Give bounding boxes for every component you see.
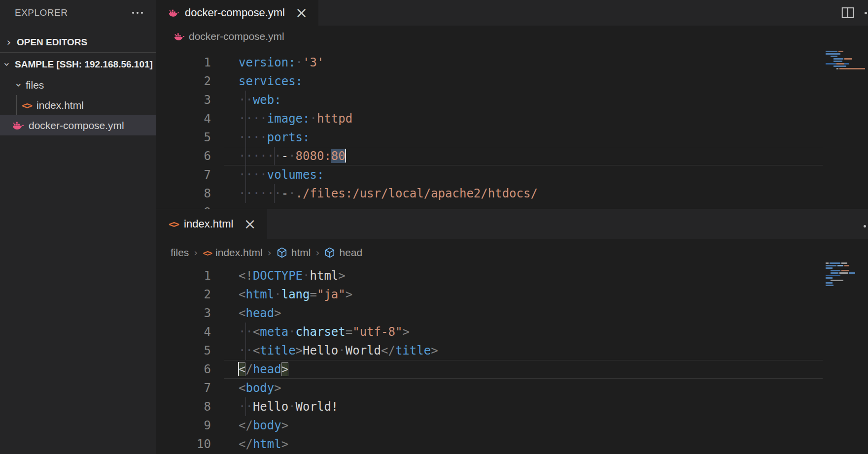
- tree-item-docker-compose[interactable]: docker-compose.yml: [0, 115, 156, 135]
- explorer-title: EXPLORER: [15, 7, 132, 18]
- code-line[interactable]: 10</html>: [156, 435, 868, 454]
- breadcrumb-item[interactable]: docker-compose.yml: [174, 31, 284, 42]
- code-line[interactable]: 9</body>: [156, 416, 868, 435]
- code-token: ····: [239, 112, 267, 126]
- code-token: >: [296, 344, 303, 357]
- text-cursor: [345, 149, 346, 162]
- breadcrumb-label: head: [339, 247, 362, 259]
- tree-item-files-folder[interactable]: › files: [0, 75, 156, 95]
- explorer-sidebar: EXPLORER › OPEN EDITORS › SAMPLE [SSH: 1…: [0, 0, 156, 454]
- code-token: ··: [239, 93, 253, 107]
- code-editor-html[interactable]: 1<!DOCTYPE·html>2<html·lang="ja">3<head>…: [156, 266, 868, 454]
- code-token: body: [245, 381, 274, 395]
- code-line[interactable]: 9: [156, 203, 868, 209]
- code-token: title: [395, 344, 431, 357]
- explorer-header: EXPLORER: [0, 0, 156, 26]
- code-token: ·: [288, 149, 295, 163]
- breadcrumb-item[interactable]: files: [171, 247, 189, 259]
- code-line[interactable]: 6</head>: [156, 360, 868, 379]
- file-label: index.html: [36, 99, 84, 111]
- tab-docker-compose[interactable]: docker-compose.yml ×: [156, 0, 318, 26]
- code-token: >: [281, 419, 288, 432]
- close-icon[interactable]: ×: [243, 217, 256, 231]
- section-divider: [0, 52, 156, 53]
- code-token: ·: [296, 56, 303, 69]
- split-editor-icon[interactable]: [840, 5, 855, 20]
- code-token: =: [310, 288, 317, 301]
- code-token: meta: [260, 325, 288, 339]
- tree-item-index-html[interactable]: <> index.html: [0, 95, 156, 115]
- editor-group-top: docker-compose.yml × docker-: [156, 0, 868, 209]
- explorer-more-actions-icon[interactable]: [132, 12, 143, 14]
- code-line[interactable]: 8··Hello·World!: [156, 397, 868, 416]
- file-label: docker-compose.yml: [29, 120, 124, 131]
- code-token: ./files:/usr/local/apache2/htdocs/: [296, 187, 538, 200]
- code-line[interactable]: 3··web:: [156, 91, 868, 109]
- html-file-icon: <>: [169, 218, 178, 230]
- code-line[interactable]: 5····ports:: [156, 128, 868, 147]
- line-number: 6: [156, 147, 211, 165]
- folder-label: files: [26, 79, 44, 91]
- code-token: Hello: [253, 400, 288, 414]
- html-file-icon: <>: [203, 248, 211, 258]
- breadcrumb-label: files: [171, 247, 189, 259]
- code-line[interactable]: 2services:: [156, 72, 868, 91]
- code-line[interactable]: 3<head>: [156, 304, 868, 323]
- code-token: 8080:: [296, 149, 331, 163]
- current-line-highlight: [224, 360, 823, 379]
- breadcrumb-item[interactable]: head: [324, 247, 362, 259]
- breadcrumb-label: html: [291, 247, 311, 259]
- code-token: ····: [239, 168, 267, 182]
- editor-group-bottom: <> index.html × files › <> index.html › …: [156, 209, 868, 454]
- line-number: 6: [156, 360, 211, 379]
- breadcrumb-item[interactable]: html: [277, 247, 311, 259]
- minimap[interactable]: [826, 262, 868, 287]
- code-token: html: [310, 269, 339, 283]
- code-token: ·: [303, 269, 310, 283]
- code-line[interactable]: 6······-·8080:80: [156, 147, 868, 165]
- code-line[interactable]: 4····image:·httpd: [156, 109, 868, 128]
- code-line[interactable]: 8······-·./files:/usr/local/apache2/htdo…: [156, 184, 868, 203]
- code-token: html: [245, 288, 274, 301]
- code-token: ··: [239, 344, 253, 357]
- line-number: 4: [156, 323, 211, 341]
- breadcrumbs-top: docker-compose.yml: [156, 26, 868, 47]
- code-token: Hello: [303, 344, 338, 357]
- open-editors-label: OPEN EDITORS: [17, 37, 87, 48]
- code-line[interactable]: 1version:·'3': [156, 53, 868, 72]
- more-actions-icon[interactable]: [864, 225, 866, 227]
- code-editor-yaml[interactable]: 1version:·'3'2services:3··web:4····image…: [156, 47, 868, 209]
- code-line[interactable]: 2<html·lang="ja">: [156, 285, 868, 304]
- code-token: <: [253, 344, 260, 357]
- text-cursor: [238, 362, 239, 376]
- code-token: /: [245, 362, 252, 376]
- line-number: 8: [156, 397, 211, 416]
- code-token: >: [274, 381, 281, 395]
- code-token: World: [346, 344, 381, 357]
- code-line[interactable]: 7<body>: [156, 379, 868, 397]
- workspace-section[interactable]: › SAMPLE [SSH: 192.168.56.101]: [0, 54, 156, 74]
- breadcrumbs-bottom: files › <> index.html › html › head: [156, 239, 868, 266]
- close-icon[interactable]: ×: [295, 5, 308, 20]
- more-actions-icon[interactable]: [865, 12, 867, 14]
- code-line[interactable]: 1<!DOCTYPE·html>: [156, 266, 868, 285]
- code-token: <: [253, 325, 260, 339]
- docker-whale-icon: [12, 121, 24, 130]
- breadcrumb-separator: ›: [315, 247, 319, 259]
- tab-index-html[interactable]: <> index.html ×: [156, 209, 267, 239]
- code-token: ······: [239, 187, 281, 200]
- open-editors-section[interactable]: › OPEN EDITORS: [0, 32, 156, 52]
- code-token: >: [274, 306, 281, 320]
- minimap[interactable]: [826, 51, 868, 70]
- code-token: 80: [331, 149, 346, 163]
- code-token: image:: [267, 112, 310, 126]
- code-token: web:: [253, 93, 281, 107]
- code-line[interactable]: 5··<title>Hello·World</title>: [156, 341, 868, 360]
- code-token: -: [281, 187, 288, 200]
- breadcrumb-item[interactable]: <> index.html: [203, 247, 262, 259]
- code-line[interactable]: 7····volumes:: [156, 165, 868, 184]
- code-token: <!: [239, 269, 253, 283]
- line-number: 7: [156, 379, 211, 397]
- line-number: 2: [156, 285, 211, 304]
- code-line[interactable]: 4··<meta·charset="utf-8">: [156, 323, 868, 341]
